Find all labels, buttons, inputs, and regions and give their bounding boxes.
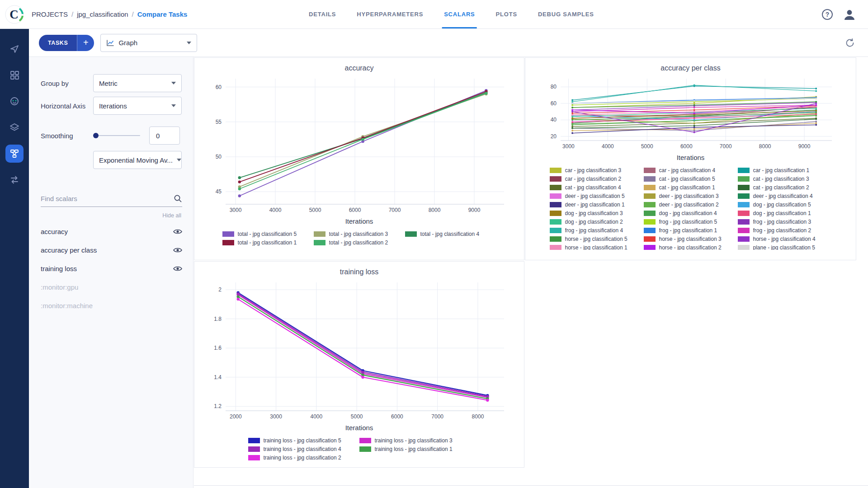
smoothing-slider[interactable] bbox=[93, 135, 140, 136]
series-marker[interactable] bbox=[815, 104, 817, 106]
series-marker[interactable] bbox=[361, 376, 364, 379]
training-loss-chart-plot[interactable]: 20003000400050006000700080001.21.41.61.8… bbox=[202, 279, 517, 422]
series-marker[interactable] bbox=[693, 100, 695, 102]
user-avatar-icon[interactable] bbox=[843, 8, 856, 21]
legend-item[interactable]: cat - jpg classification 1 bbox=[644, 183, 738, 192]
legend-item[interactable]: cat - jpg classification 5 bbox=[644, 174, 738, 183]
series-marker[interactable] bbox=[571, 104, 573, 106]
legend-item[interactable]: cat - jpg classification 3 bbox=[738, 174, 832, 183]
datasets-grid-icon[interactable] bbox=[5, 66, 24, 84]
series-marker[interactable] bbox=[693, 127, 695, 128]
legend-item[interactable]: horse - jpg classification 3 bbox=[644, 235, 738, 243]
series-marker[interactable] bbox=[693, 116, 695, 117]
series-marker[interactable] bbox=[815, 90, 817, 92]
legend-item[interactable]: training loss - jpg classification 5 bbox=[248, 436, 359, 445]
smoothing-value-input[interactable] bbox=[149, 127, 180, 145]
smoothing-slider-thumb[interactable] bbox=[93, 133, 99, 138]
breadcrumb-current[interactable]: Compare Tasks bbox=[137, 10, 188, 18]
legend-item[interactable]: frog - jpg classification 5 bbox=[644, 217, 738, 226]
series-marker[interactable] bbox=[485, 92, 487, 94]
series-marker[interactable] bbox=[361, 138, 364, 141]
series-line[interactable] bbox=[238, 297, 487, 399]
scalar-item-training-loss[interactable]: training loss bbox=[41, 259, 182, 278]
legend-item[interactable]: car - jpg classification 2 bbox=[550, 174, 644, 183]
series-line[interactable] bbox=[238, 295, 487, 397]
legend-item[interactable]: frog - jpg classification 2 bbox=[738, 226, 832, 235]
accuracy-per-class-chart-plot[interactable]: 300040005000600070008000900020406080 bbox=[537, 75, 844, 152]
series-marker[interactable] bbox=[815, 118, 817, 120]
series-marker[interactable] bbox=[486, 399, 489, 402]
tab-details[interactable]: DETAILS bbox=[309, 0, 336, 28]
auto-refresh-icon[interactable] bbox=[844, 38, 868, 48]
horizontal-axis-select[interactable]: Iterations bbox=[93, 97, 182, 115]
series-marker[interactable] bbox=[571, 113, 573, 114]
hide-all-link[interactable]: Hide all bbox=[41, 212, 181, 219]
legend-item[interactable]: horse - jpg classification 5 bbox=[550, 235, 644, 243]
series-marker[interactable] bbox=[815, 108, 817, 109]
series-marker[interactable] bbox=[815, 110, 817, 112]
legend-item[interactable]: car - jpg classification 1 bbox=[738, 166, 832, 174]
series-line[interactable] bbox=[238, 294, 487, 396]
series-marker[interactable] bbox=[571, 109, 573, 111]
search-icon[interactable] bbox=[174, 194, 182, 203]
smoothing-type-select[interactable]: Exponential Moving Av... bbox=[93, 151, 182, 169]
legend-item[interactable]: training loss - jpg classification 1 bbox=[359, 445, 471, 453]
legend-item[interactable]: horse - jpg classification 4 bbox=[738, 235, 832, 243]
series-marker[interactable] bbox=[815, 113, 817, 115]
series-marker[interactable] bbox=[571, 122, 573, 123]
eye-icon[interactable] bbox=[173, 247, 182, 253]
series-marker[interactable] bbox=[571, 123, 573, 125]
series-marker[interactable] bbox=[238, 194, 241, 197]
series-marker[interactable] bbox=[571, 114, 573, 116]
legend-item[interactable]: frog - jpg classification 3 bbox=[738, 217, 832, 226]
legend-item[interactable]: car - jpg classification 3 bbox=[550, 166, 644, 174]
layers-icon[interactable] bbox=[5, 118, 24, 136]
view-type-select[interactable]: Graph bbox=[100, 34, 197, 52]
legend-item[interactable]: total - jpg classification 3 bbox=[314, 230, 405, 238]
breadcrumb-projects[interactable]: PROJECTS bbox=[32, 10, 68, 18]
legend-item[interactable]: horse - jpg classification 2 bbox=[644, 243, 738, 250]
series-marker[interactable] bbox=[238, 176, 241, 179]
legend-item[interactable]: training loss - jpg classification 3 bbox=[359, 436, 471, 445]
series-marker[interactable] bbox=[571, 116, 573, 117]
compare-arrows-icon[interactable] bbox=[5, 171, 24, 189]
series-marker[interactable] bbox=[693, 111, 695, 113]
tab-debug-samples[interactable]: DEBUG SAMPLES bbox=[538, 0, 594, 28]
legend-item[interactable]: deer - jpg classification 3 bbox=[644, 192, 738, 200]
series-marker[interactable] bbox=[693, 131, 695, 133]
series-line[interactable] bbox=[238, 299, 487, 400]
series-marker[interactable] bbox=[815, 121, 817, 122]
experiments-icon[interactable] bbox=[5, 145, 24, 163]
legend-item[interactable]: cat - jpg classification 4 bbox=[550, 183, 644, 192]
series-marker[interactable] bbox=[815, 88, 817, 89]
series-marker[interactable] bbox=[571, 107, 573, 108]
legend-item[interactable]: dog - jpg classification 2 bbox=[550, 217, 644, 226]
series-marker[interactable] bbox=[815, 103, 817, 104]
series-line[interactable] bbox=[572, 86, 816, 100]
tab-scalars[interactable]: SCALARS bbox=[444, 0, 475, 28]
series-marker[interactable] bbox=[236, 295, 239, 298]
scalar-item-accuracy[interactable]: accuracy bbox=[41, 222, 182, 241]
legend-item[interactable]: training loss - jpg classification 2 bbox=[248, 453, 359, 462]
series-marker[interactable] bbox=[815, 101, 817, 103]
series-marker[interactable] bbox=[236, 292, 239, 295]
series-marker[interactable] bbox=[815, 106, 817, 108]
series-marker[interactable] bbox=[361, 371, 364, 373]
eye-icon[interactable] bbox=[173, 229, 182, 235]
series-marker[interactable] bbox=[571, 103, 573, 104]
series-marker[interactable] bbox=[693, 84, 695, 86]
clearml-logo[interactable]: C bbox=[0, 5, 29, 24]
series-marker[interactable] bbox=[693, 119, 695, 121]
tab-plots[interactable]: PLOTS bbox=[496, 0, 517, 28]
add-task-button[interactable]: + bbox=[77, 35, 94, 51]
search-input[interactable] bbox=[41, 195, 174, 202]
legend-item[interactable]: total - jpg classification 2 bbox=[314, 238, 405, 247]
breadcrumb-project-name[interactable]: jpg_classification bbox=[77, 10, 128, 18]
legend-item[interactable]: deer - jpg classification 2 bbox=[644, 200, 738, 209]
scalar-item-monitor-machine[interactable]: :monitor:machine bbox=[41, 296, 182, 315]
legend-item[interactable]: frog - jpg classification 4 bbox=[550, 226, 644, 235]
series-marker[interactable] bbox=[571, 126, 573, 127]
legend-item[interactable]: dog - jpg classification 1 bbox=[738, 209, 832, 217]
series-marker[interactable] bbox=[693, 122, 695, 124]
series-marker[interactable] bbox=[693, 128, 695, 130]
